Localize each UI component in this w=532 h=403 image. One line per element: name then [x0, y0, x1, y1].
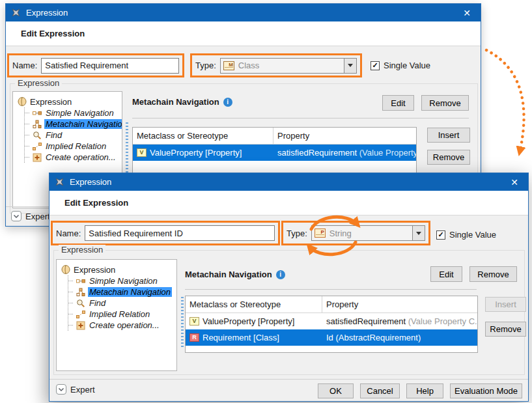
table-row[interactable]: V ValueProperty [Property] satisfiedRequ…: [186, 313, 477, 329]
column-metaclass: Metaclass or Stereotype: [133, 128, 273, 144]
table-row[interactable]: R Requirement [Class] Id (AbstractRequir…: [186, 329, 477, 346]
single-value-checkbox[interactable]: ✓: [371, 61, 380, 70]
tree-item-find[interactable]: Find: [25, 130, 122, 141]
class-type-icon: M: [223, 61, 234, 70]
tree-item-metachain-navigation[interactable]: Metachain Navigation: [25, 118, 122, 130]
metachain-table: Metaclass or Stereotype Property V Value…: [132, 127, 417, 177]
name-label: Name:: [56, 229, 81, 238]
insert-button: Insert: [485, 297, 526, 312]
tree-item-simple-navigation[interactable]: Simple Navigation: [68, 275, 176, 286]
remove-row-button[interactable]: Remove: [427, 150, 470, 165]
single-value-label: Single Value: [384, 61, 430, 70]
panel-title-text: Metachain Navigation: [132, 97, 219, 107]
close-icon[interactable]: ✕: [501, 173, 528, 191]
tree-item-implied-relation[interactable]: Implied Relation: [25, 141, 122, 152]
remove-button[interactable]: Remove: [421, 95, 469, 111]
value-property-icon: V: [137, 148, 147, 157]
expert-label: Expert: [25, 212, 50, 221]
expression-icon: [18, 97, 27, 106]
titlebar[interactable]: Expression ✕: [49, 173, 528, 191]
simple-navigation-icon: [76, 277, 85, 286]
metaclass-cell: Requirement [Class]: [203, 333, 279, 342]
tree-item-find[interactable]: Find: [68, 298, 176, 309]
metachain-table: Metaclass or Stereotype Property V Value…: [185, 296, 478, 353]
titlebar[interactable]: Expression ✕: [6, 4, 481, 21]
chevron-down-icon: [56, 384, 66, 395]
cancel-button[interactable]: Cancel: [360, 383, 400, 398]
insert-button[interactable]: Insert: [427, 128, 470, 143]
tree-item-simple-navigation[interactable]: Simple Navigation: [25, 107, 122, 118]
tree-item-metachain-navigation[interactable]: Metachain Navigation: [68, 286, 176, 298]
name-value: Satisfied Requirement: [45, 61, 128, 70]
property-cell: satisfiedRequirement: [326, 316, 406, 326]
single-value-checkbox[interactable]: ✓: [436, 230, 445, 240]
edit-button[interactable]: Edit: [430, 266, 462, 282]
expression-tree: Expression Simple Navigation: [56, 259, 177, 371]
table-header: Metaclass or Stereotype Property: [133, 128, 416, 145]
property-cell: Id (AbstractRequirement): [326, 333, 421, 342]
edit-button[interactable]: Edit: [382, 95, 414, 111]
find-icon: [33, 131, 42, 140]
property-cell: satisfiedRequirement: [277, 148, 357, 158]
help-button[interactable]: Help: [406, 383, 443, 398]
property-cell-suffix: (Value Property C...: [406, 316, 477, 326]
info-icon[interactable]: i: [276, 270, 285, 279]
remove-button[interactable]: Remove: [469, 266, 517, 282]
tree-root[interactable]: Expression: [61, 264, 176, 275]
type-combobox[interactable]: M Class: [220, 58, 357, 74]
remove-row-button[interactable]: Remove: [485, 322, 526, 337]
screenshot-root: Expression ✕ Edit Expression Name: Satis…: [0, 0, 532, 403]
splitter-handle[interactable]: [181, 297, 184, 349]
name-annotation-box: Name: Satisfied Requirement ID: [51, 221, 280, 245]
close-icon[interactable]: ✕: [453, 4, 481, 21]
metachain-navigation-icon: [76, 288, 85, 297]
single-value-row: ✓ Single Value: [371, 61, 430, 70]
type-annotation-box: Type: P String: [281, 221, 430, 245]
expert-toggle[interactable]: Expert: [11, 211, 50, 221]
evaluation-mode-button[interactable]: Evaluation Mode: [450, 383, 522, 398]
single-value-row: ✓ Single Value: [436, 230, 496, 240]
dropdown-button[interactable]: [344, 59, 356, 73]
tree-item-create-operation[interactable]: Create operation...: [68, 320, 176, 331]
check-icon: ✓: [438, 231, 443, 238]
type-value: String: [329, 229, 352, 238]
expert-label: Expert: [70, 385, 95, 395]
tree-root[interactable]: Expression: [18, 96, 122, 107]
tree-root-label: Expression: [74, 265, 115, 275]
expert-toggle[interactable]: Expert: [56, 384, 95, 395]
chevron-down-icon: [416, 232, 421, 235]
expression-icon: [61, 265, 70, 274]
name-annotation-box: Name: Satisfied Requirement: [7, 53, 184, 77]
ok-button[interactable]: OK: [318, 383, 354, 398]
column-property: Property: [273, 131, 416, 141]
tree-item-create-operation[interactable]: Create operation...: [25, 152, 122, 163]
metachain-navigation-icon: [33, 120, 42, 129]
table-row[interactable]: V ValueProperty [Property] satisfiedRequ…: [133, 145, 416, 161]
simple-navigation-icon: [33, 109, 42, 118]
create-operation-icon: [76, 321, 85, 330]
groupbox-label: Expression: [59, 245, 105, 255]
name-label: Name:: [12, 61, 37, 70]
metaclass-cell: ValueProperty [Property]: [203, 316, 294, 326]
tree-item-implied-relation[interactable]: Implied Relation: [68, 309, 176, 320]
type-value: Class: [238, 61, 260, 70]
info-icon[interactable]: i: [223, 98, 232, 107]
string-type-icon: P: [315, 229, 326, 238]
check-icon: ✓: [372, 62, 378, 69]
chevron-down-icon: [11, 211, 21, 221]
name-value: Satisfied Requirement ID: [89, 229, 183, 238]
column-metaclass: Metaclass or Stereotype: [186, 296, 322, 313]
name-input[interactable]: Satisfied Requirement: [41, 58, 179, 74]
type-combobox[interactable]: P String: [311, 225, 425, 241]
app-logo-icon: [11, 8, 21, 18]
name-input[interactable]: Satisfied Requirement ID: [85, 225, 275, 241]
type-label: Type:: [287, 229, 307, 238]
panel-title: Metachain Navigation i: [185, 270, 285, 279]
window-title: Expression: [70, 177, 111, 187]
dropdown-button[interactable]: [412, 226, 425, 240]
dotted-arrow-annotation: [486, 50, 524, 152]
panel-separator: [185, 289, 477, 290]
panel-title-text: Metachain Navigation: [185, 270, 272, 279]
splitter-handle[interactable]: [126, 122, 128, 174]
metaclass-cell: ValueProperty [Property]: [150, 148, 242, 158]
